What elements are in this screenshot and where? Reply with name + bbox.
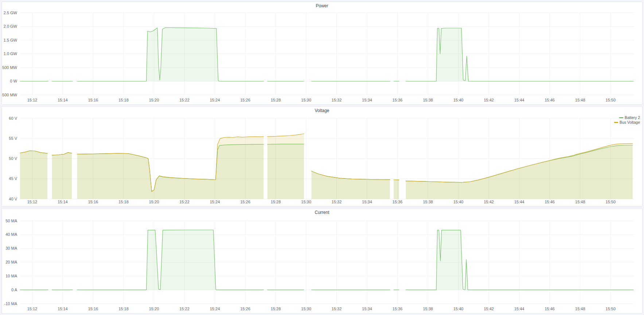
y-tick-label: 500 MW xyxy=(2,65,17,70)
x-tick-label: 15:38 xyxy=(423,307,433,311)
series-fill xyxy=(394,180,399,199)
y-tick-label: 45 V xyxy=(9,176,17,181)
x-tick-label: 15:36 xyxy=(393,98,403,102)
y-tick-label: 50 V xyxy=(9,156,17,161)
y-tick-label: 0 W xyxy=(10,79,17,83)
x-tick-label: 15:42 xyxy=(484,307,494,311)
x-tick-label: 15:50 xyxy=(606,200,616,204)
current-panel: Current 50 MA40 MA30 MA20 MA10 MA0 A-10 … xyxy=(1,208,643,314)
legend-label: Bus Voltage xyxy=(620,120,640,125)
y-tick-label: 10 MA xyxy=(5,274,17,278)
series-fill xyxy=(268,134,304,199)
series-0 xyxy=(20,28,633,81)
x-tick-label: 15:20 xyxy=(149,98,159,102)
x-tick-label: 15:12 xyxy=(27,307,38,311)
x-tick-label: 15:50 xyxy=(606,98,616,102)
x-tick-label: 15:40 xyxy=(453,98,464,102)
x-tick-label: 15:18 xyxy=(118,307,129,311)
x-tick-label: 15:18 xyxy=(118,200,129,204)
x-tick-label: 15:20 xyxy=(149,200,159,204)
x-tick-label: 15:50 xyxy=(606,307,616,311)
chart-svg: 2.5 GW2.0 GW1.5 GW1.0 GW500 MW0 W-500 MW… xyxy=(2,10,642,104)
x-tick-label: 15:48 xyxy=(575,200,585,204)
x-tick-label: 15:32 xyxy=(332,98,342,102)
x-tick-label: 15:12 xyxy=(27,98,38,102)
y-tick-label: 40 V xyxy=(9,197,17,201)
x-tick-label: 15:38 xyxy=(423,200,433,204)
power-panel-title[interactable]: Power xyxy=(2,2,642,10)
y-tick-label: 2.0 GW xyxy=(4,24,17,28)
legend-item-bus-voltage[interactable]: Bus Voltage xyxy=(614,120,640,125)
x-tick-label: 15:40 xyxy=(453,200,464,204)
y-tick-label: 2.5 GW xyxy=(4,11,17,15)
x-tick-label: 15:26 xyxy=(240,200,250,204)
series-fill xyxy=(77,137,264,199)
x-tick-label: 15:40 xyxy=(453,307,464,311)
legend-item-battery-2[interactable]: Battery 2 xyxy=(614,115,640,120)
chart-svg: 60 V55 V50 V45 V40 V15:1215:1415:1615:18… xyxy=(2,115,642,206)
x-tick-label: 15:24 xyxy=(210,98,220,102)
x-tick-label: 15:26 xyxy=(240,98,250,102)
x-tick-label: 15:46 xyxy=(545,307,555,311)
x-tick-label: 15:34 xyxy=(362,98,372,102)
x-tick-label: 15:16 xyxy=(88,98,98,102)
x-tick-label: 15:44 xyxy=(514,200,524,204)
x-tick-label: 15:22 xyxy=(179,200,190,204)
voltage-panel-title[interactable]: Voltage xyxy=(2,107,642,115)
x-tick-label: 15:24 xyxy=(210,200,220,204)
y-tick-label: 30 MA xyxy=(5,246,17,250)
x-tick-label: 15:14 xyxy=(58,98,68,102)
y-tick-label: 20 MA xyxy=(5,260,17,264)
x-tick-label: 15:46 xyxy=(545,200,555,204)
series-fill xyxy=(406,28,633,81)
x-tick-label: 15:34 xyxy=(362,307,372,311)
voltage-panel: Voltage 60 V55 V50 V45 V40 V15:1215:1415… xyxy=(1,106,643,207)
x-tick-label: 15:30 xyxy=(301,98,311,102)
y-tick-label: -10 MA xyxy=(4,301,17,306)
x-tick-label: 15:22 xyxy=(179,307,190,311)
y-tick-label: 60 V xyxy=(9,116,17,120)
x-tick-label: 15:22 xyxy=(179,98,190,102)
x-tick-label: 15:42 xyxy=(484,200,494,204)
x-tick-label: 15:26 xyxy=(240,307,250,311)
series-fill xyxy=(406,230,633,290)
x-tick-label: 15:16 xyxy=(88,200,98,204)
series-fill xyxy=(77,28,264,81)
y-tick-label: 55 V xyxy=(9,136,17,141)
legend: Battery 2Bus Voltage xyxy=(614,115,640,125)
x-tick-label: 15:14 xyxy=(58,307,68,311)
legend-marker-icon xyxy=(614,122,618,123)
y-tick-label: 40 MA xyxy=(5,232,17,237)
current-chart[interactable]: 50 MA40 MA30 MA20 MA10 MA0 A-10 MA15:121… xyxy=(2,216,642,313)
y-tick-label: 1.0 GW xyxy=(4,51,17,56)
voltage-chart[interactable]: 60 V55 V50 V45 V40 V15:1215:1415:1615:18… xyxy=(2,115,642,206)
legend-marker-icon xyxy=(619,117,623,118)
current-panel-title[interactable]: Current xyxy=(2,208,642,216)
series-1 xyxy=(20,134,633,199)
x-tick-label: 15:28 xyxy=(271,98,281,102)
x-tick-label: 15:38 xyxy=(423,98,433,102)
series-fill xyxy=(77,230,264,290)
chart-svg: 50 MA40 MA30 MA20 MA10 MA0 A-10 MA15:121… xyxy=(2,216,642,313)
x-tick-label: 15:30 xyxy=(301,200,311,204)
y-tick-label: 0 A xyxy=(11,288,17,292)
legend-label: Battery 2 xyxy=(625,115,640,120)
x-tick-label: 15:30 xyxy=(301,307,311,311)
x-tick-label: 15:48 xyxy=(575,307,585,311)
x-tick-label: 15:12 xyxy=(27,200,38,204)
x-tick-label: 15:24 xyxy=(210,307,220,311)
series-fill xyxy=(52,153,72,199)
x-tick-label: 15:28 xyxy=(271,200,281,204)
x-tick-label: 15:14 xyxy=(58,200,68,204)
x-tick-label: 15:16 xyxy=(88,307,98,311)
power-chart[interactable]: 2.5 GW2.0 GW1.5 GW1.0 GW500 MW0 W-500 MW… xyxy=(2,10,642,104)
y-tick-label: 50 MA xyxy=(5,219,17,223)
x-tick-label: 15:34 xyxy=(362,200,372,204)
y-tick-label: 1.5 GW xyxy=(4,38,17,42)
x-tick-label: 15:46 xyxy=(545,98,555,102)
x-tick-label: 15:42 xyxy=(484,98,494,102)
x-tick-label: 15:44 xyxy=(514,98,524,102)
x-tick-label: 15:20 xyxy=(149,307,159,311)
series-fill xyxy=(20,151,47,199)
x-tick-label: 15:36 xyxy=(393,200,403,204)
